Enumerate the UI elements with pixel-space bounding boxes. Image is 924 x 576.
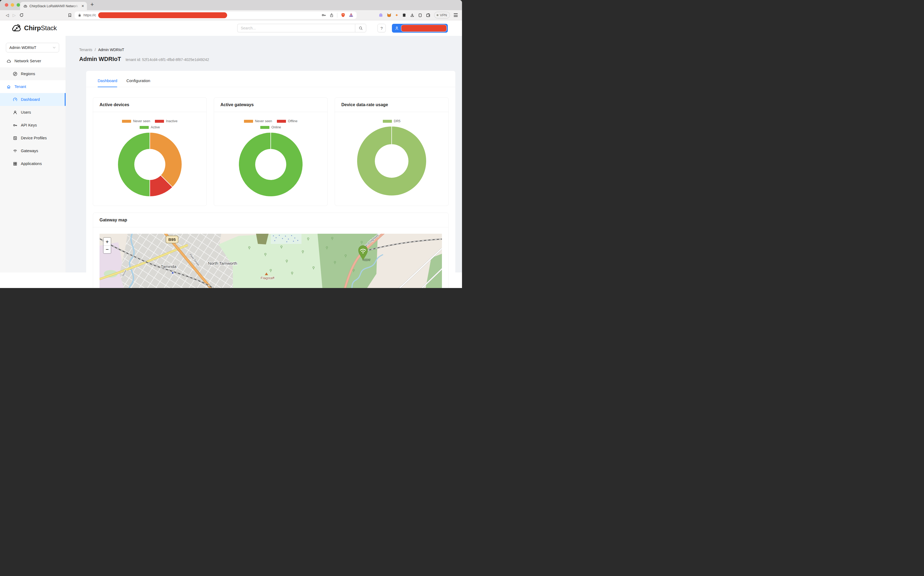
minimize-window-button[interactable] (11, 3, 14, 7)
active-gateways-donut-chart (237, 131, 304, 198)
search-button[interactable] (355, 24, 366, 32)
sidebar-item-applications[interactable]: Applications (0, 157, 66, 170)
address-bar[interactable]: https://c (75, 11, 357, 19)
chirpstack-logo[interactable]: ChirpStack (11, 23, 57, 33)
card-title: Gateway map (93, 213, 448, 227)
bat-rewards-icon[interactable] (349, 13, 353, 18)
donut-segment (118, 132, 150, 197)
chart-legend: Never seen Inactive Active (112, 119, 187, 129)
tab-close-icon[interactable]: ✕ (81, 4, 84, 8)
tab-configuration[interactable]: Configuration (126, 78, 150, 87)
browser-menu-icon[interactable] (454, 13, 458, 17)
sidebar-item-network-server[interactable]: Network Server (0, 54, 66, 67)
user-menu-button[interactable] (392, 24, 448, 33)
search-input[interactable] (237, 24, 355, 32)
forward-button[interactable]: ▷ (11, 13, 18, 18)
tab-bar: Dashboard Configuration (86, 71, 455, 87)
legend-item[interactable]: Never seen (122, 119, 150, 123)
main-content: Tenants / Admin WDRIoT Admin WDRIoT tena… (66, 36, 462, 272)
browser-window: ChirpStack LoRaWAN® Network ✕ + ◁ ▷ http… (0, 0, 462, 288)
key-icon (13, 123, 18, 128)
reload-button[interactable] (19, 13, 24, 18)
user-icon (395, 26, 399, 30)
browser-tab[interactable]: ChirpStack LoRaWAN® Network ✕ (20, 2, 87, 10)
share-icon[interactable] (330, 13, 333, 18)
sidebar-item-regions[interactable]: Regions (0, 67, 66, 80)
map-poi-square (172, 272, 174, 274)
sidebar-item-label: Users (21, 110, 31, 114)
browser-tabstrip: ChirpStack LoRaWAN® Network ✕ + (0, 0, 462, 10)
sidebar-item-tenant[interactable]: Tenant (0, 80, 66, 93)
extensions-puzzle-icon[interactable] (402, 13, 406, 18)
grid-icon (13, 162, 18, 166)
vpn-status-dot (437, 14, 439, 16)
metamask-fox-icon[interactable] (387, 13, 391, 18)
home-icon (6, 85, 11, 89)
brave-shield-icon[interactable] (341, 13, 345, 18)
new-tab-button[interactable]: + (90, 1, 94, 8)
sidebar-item-dashboard[interactable]: Dashboard (0, 93, 66, 106)
chirpstack-cloud-icon (11, 23, 22, 33)
password-key-icon[interactable] (322, 13, 326, 18)
redaction-overlay (401, 25, 447, 32)
breadcrumb-current: Admin WDRIoT (98, 48, 124, 52)
sidebar-item-api-keys[interactable]: API Keys (0, 119, 66, 131)
zoom-window-button[interactable] (17, 3, 20, 7)
sidebar-item-label: Device Profiles (21, 136, 47, 140)
map-label-flagstaff: Flagstaff (261, 276, 274, 280)
wifi-icon (13, 149, 18, 153)
sliders-icon (13, 136, 18, 141)
back-button[interactable]: ◁ (4, 13, 11, 18)
phantom-ghost-icon[interactable] (378, 13, 383, 18)
map-label-taminda: Taminda (161, 264, 176, 269)
device-datarate-card: Device data-rate usage DR5 (335, 98, 448, 206)
page-title: Admin WDRIoT (79, 56, 121, 62)
lock-icon (78, 13, 81, 17)
sidebar-panel-icon[interactable] (418, 13, 422, 18)
vpn-badge[interactable]: VPN (434, 12, 450, 18)
sidebar-filler (0, 170, 66, 272)
sidebar-item-label: API Keys (21, 123, 37, 127)
app-header: ChirpStack ? (0, 20, 462, 36)
spark-extension-icon[interactable]: ✦ (395, 13, 399, 18)
help-button[interactable]: ? (378, 24, 386, 32)
legend-item[interactable]: Offline (277, 119, 298, 123)
search-icon (359, 26, 363, 30)
dashboard-gauge-icon (13, 98, 18, 102)
map-zoom-out-button[interactable]: − (104, 245, 111, 253)
legend-item[interactable]: Active (139, 125, 160, 129)
map-label-north-tamworth: North Tamworth (208, 261, 237, 266)
tenant-select[interactable]: Admin WDRIoT (6, 43, 59, 53)
card-title: Active devices (93, 98, 207, 112)
sidebar-item-label: Regions (21, 72, 35, 76)
map-zoom-control: + − (103, 237, 111, 254)
legend-item[interactable]: Online (260, 125, 281, 129)
sidebar-item-users[interactable]: Users (0, 106, 66, 119)
map-zoom-in-button[interactable]: + (104, 238, 111, 245)
wallet-icon[interactable] (426, 13, 431, 18)
legend-item[interactable]: DR5 (383, 119, 400, 123)
gateway-map[interactable]: + − (99, 234, 442, 288)
close-window-button[interactable] (5, 3, 8, 7)
card-title: Active gateways (214, 98, 327, 112)
downloads-icon[interactable] (410, 13, 415, 18)
traffic-lights (5, 3, 20, 7)
extensions-row: ✦ VPN (378, 12, 459, 18)
sidebar-item-label: Gateways (21, 149, 38, 153)
cloud-icon (6, 59, 11, 63)
brand-name: ChirpStack (24, 24, 57, 32)
chart-legend: DR5 (383, 119, 400, 123)
sidebar-item-label: Network Server (14, 59, 41, 63)
breadcrumb-tenants-link[interactable]: Tenants (79, 48, 92, 52)
sidebar-item-device-profiles[interactable]: Device Profiles (0, 131, 66, 144)
sidebar-item-label: Applications (21, 162, 42, 166)
sidebar-item-gateways[interactable]: Gateways (0, 144, 66, 157)
global-search (237, 24, 366, 32)
redaction-overlay (98, 12, 227, 18)
legend-item[interactable]: Inactive (155, 119, 177, 123)
tab-dashboard[interactable]: Dashboard (98, 78, 117, 87)
donut-segment (357, 126, 426, 196)
road-badge-label: B95 (168, 237, 176, 242)
bookmark-icon[interactable] (68, 13, 72, 18)
legend-item[interactable]: Never seen (244, 119, 272, 123)
